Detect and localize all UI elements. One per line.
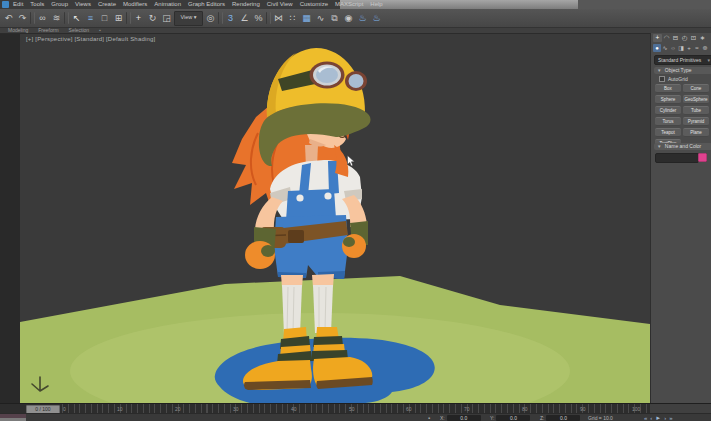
geometry-category-icon[interactable]: ● [653,44,661,52]
space-warps-category-icon[interactable]: ≈ [693,44,701,52]
menu-create[interactable]: Create [98,0,116,9]
modify-tab-icon[interactable]: ◠ [662,34,671,42]
menu-help[interactable]: Help [370,0,382,9]
snaps-toggle-icon[interactable]: 3 [224,12,237,25]
systems-category-icon[interactable]: ⊛ [701,44,709,52]
chevron-down-icon: ▾ [707,56,710,64]
cylinder-button[interactable]: Cylinder [655,106,681,115]
z-label: Z: [540,414,544,421]
timeline-tick: 70 [464,406,470,412]
angle-snap-icon[interactable]: ∠ [238,12,251,25]
go-to-start-icon[interactable]: « [644,414,647,421]
render-production-icon[interactable]: ♨ [370,12,383,25]
object-type-rollout-header[interactable]: ▼ Object Type [654,67,711,74]
menu-views[interactable]: Views [75,0,91,9]
utilities-tab-icon[interactable]: ∗ [698,34,707,42]
x-label: X: [440,414,445,421]
menu-rendering[interactable]: Rendering [232,0,260,9]
undo-icon[interactable]: ↶ [2,12,15,25]
motion-tab-icon[interactable]: ◴ [680,34,689,42]
timeline-tick: 100 [632,406,640,412]
mirror-icon[interactable]: ⋈ [272,12,285,25]
app-logo-icon[interactable] [2,1,9,8]
menu-group[interactable]: Group [51,0,68,9]
toolbar-separator [218,12,223,24]
menu-civil-view[interactable]: Civil View [267,0,293,9]
autogrid-checkbox[interactable] [659,76,665,82]
layer-explorer-icon[interactable]: ▦ [300,12,313,25]
z-coordinate-field[interactable]: 0.0 [546,415,580,421]
object-type-buttons: Box Cone Sphere GeoSphere Cylinder Tube … [655,84,709,148]
plane-button[interactable]: Plane [683,128,709,137]
name-and-color-rollout-header[interactable]: ▼ Name and Color [654,143,711,150]
timeline-tick: 20 [175,406,181,412]
lights-category-icon[interactable]: ☼ [669,44,677,52]
primitive-type-dropdown[interactable]: Standard Primitives ▾ [654,55,711,65]
cone-button[interactable]: Cone [683,84,709,93]
z-coordinate-group: Z: 0.0 [540,414,580,421]
pyramid-button[interactable]: Pyramid [683,117,709,126]
character-belt-buckle [288,230,304,243]
shapes-category-icon[interactable]: ∿ [661,44,669,52]
box-button[interactable]: Box [655,84,681,93]
menu-bar: Edit Tools Group Views Create Modifiers … [0,0,711,9]
select-and-rotate-icon[interactable]: ↻ [146,12,159,25]
x-coordinate-field[interactable]: 0.0 [447,415,481,421]
menu-tools[interactable]: Tools [30,0,44,9]
tube-button[interactable]: Tube [683,106,709,115]
object-type-rollout-title: Object Type [665,67,692,73]
display-tab-icon[interactable]: ⊡ [689,34,698,42]
viewport-label[interactable]: [+] [Perspective] [Standard] [Default Sh… [26,36,155,42]
render-setup-icon[interactable]: ♨ [356,12,369,25]
sphere-button[interactable]: Sphere [655,95,681,104]
menu-graph-editors[interactable]: Graph Editors [188,0,225,9]
next-frame-icon[interactable]: › [664,414,666,421]
menu-edit[interactable]: Edit [13,0,23,9]
name-and-color-row [655,153,709,162]
object-name-field[interactable] [655,153,699,163]
select-object-icon[interactable]: ↖ [70,12,83,25]
bind-to-space-warp-icon[interactable]: ≋ [50,12,63,25]
percent-snap-icon[interactable]: % [252,12,265,25]
teapot-button[interactable]: Teapot [655,128,681,137]
menu-maxscript[interactable]: MAXScript [335,0,363,9]
character-button-right [324,192,331,199]
select-and-scale-icon[interactable]: ◲ [160,12,173,25]
object-color-swatch[interactable] [698,153,707,162]
helpers-category-icon[interactable]: + [685,44,693,52]
align-icon[interactable]: ∷ [286,12,299,25]
redo-icon[interactable]: ↷ [16,12,29,25]
menu-animation[interactable]: Animation [154,0,181,9]
y-coordinate-field[interactable]: 0.0 [496,415,530,421]
window-crossing-icon[interactable]: ⊞ [112,12,125,25]
cameras-category-icon[interactable]: ◨ [677,44,685,52]
select-and-move-icon[interactable]: + [132,12,145,25]
select-by-name-icon[interactable]: ≡ [84,12,97,25]
playback-controls: « ‹ ► › » [644,414,676,421]
use-pivot-center-icon[interactable]: ◎ [204,12,217,25]
timeline-tick: 40 [291,406,297,412]
menu-items: Edit Tools Group Views Create Modifiers … [13,0,390,9]
torus-button[interactable]: Torus [655,117,681,126]
create-tab-icon[interactable]: + [653,34,662,42]
select-and-link-icon[interactable]: ∞ [36,12,49,25]
perspective-viewport[interactable]: [+] [Perspective] [Standard] [Default Sh… [20,33,650,403]
schematic-view-icon[interactable]: ⧉ [328,12,341,25]
menu-customize[interactable]: Customize [300,0,328,9]
curve-editor-icon[interactable]: ∿ [314,12,327,25]
create-categories: ● ∿ ☼ ◨ + ≈ ⊛ [653,44,709,52]
menu-modifiers[interactable]: Modifiers [123,0,147,9]
hierarchy-tab-icon[interactable]: ⊟ [671,34,680,42]
timeline-tick: 80 [522,406,528,412]
grid-size-label: Grid = 10.0 [588,414,613,421]
selection-lock-icon[interactable]: ▪ [428,414,430,421]
command-panel: + ◠ ⊟ ◴ ⊡ ∗ ● ∿ ☼ ◨ + ≈ ⊛ Standard Primi… [650,33,711,403]
material-editor-icon[interactable]: ◉ [342,12,355,25]
previous-frame-icon[interactable]: ‹ [650,414,652,421]
go-to-end-icon[interactable]: » [669,414,672,421]
reference-coordinate-system-dropdown[interactable]: View ▾ [174,11,203,26]
play-icon[interactable]: ► [655,414,661,421]
rectangular-selection-region-icon[interactable]: □ [98,12,111,25]
toolbar-separator [126,12,131,24]
geosphere-button[interactable]: GeoSphere [683,95,709,104]
